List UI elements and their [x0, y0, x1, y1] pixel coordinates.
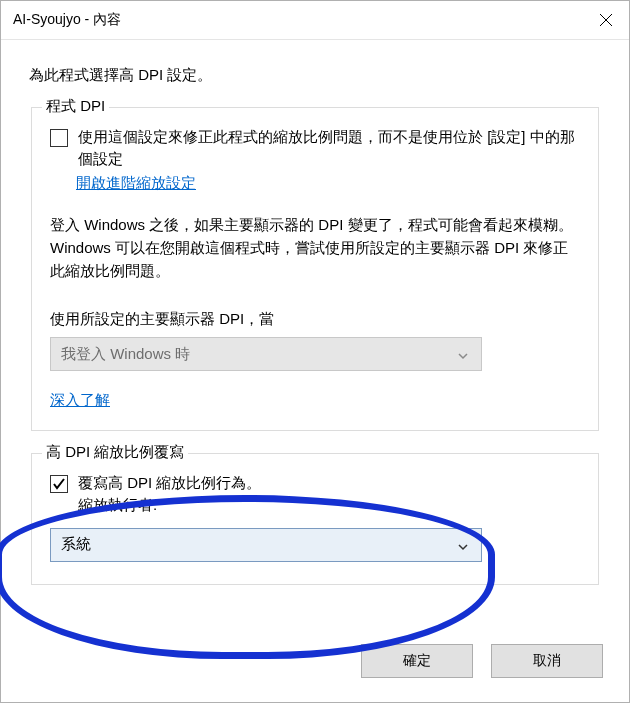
- group-program-dpi-legend: 程式 DPI: [42, 97, 109, 116]
- group-high-dpi-override: 高 DPI 縮放比例覆寫 覆寫高 DPI 縮放比例行為。 縮放執行者: 系統: [31, 453, 599, 585]
- dialog-body: 為此程式選擇高 DPI 設定。 程式 DPI 使用這個設定來修正此程式的縮放比例…: [1, 40, 629, 644]
- chevron-down-icon: [457, 348, 469, 360]
- open-advanced-scaling-link[interactable]: 開啟進階縮放設定: [76, 174, 196, 191]
- scaling-performed-by-value: 系統: [61, 535, 91, 554]
- titlebar: AI-Syoujyo - 內容: [1, 1, 629, 40]
- override-row: 覆寫高 DPI 縮放比例行為。 縮放執行者:: [50, 472, 580, 516]
- scaling-performed-by-select[interactable]: 系統: [50, 528, 482, 562]
- group-program-dpi: 程式 DPI 使用這個設定來修正此程式的縮放比例問題，而不是使用位於 [設定] …: [31, 107, 599, 431]
- chevron-down-icon: [457, 539, 469, 551]
- use-setting-checkbox[interactable]: [50, 129, 68, 147]
- window-title: AI-Syoujyo - 內容: [13, 11, 583, 29]
- close-button[interactable]: [583, 1, 629, 39]
- dpi-explanation-text: 登入 Windows 之後，如果主要顯示器的 DPI 變更了，程式可能會看起來模…: [50, 213, 580, 283]
- override-label-line1: 覆寫高 DPI 縮放比例行為。: [78, 474, 261, 491]
- main-display-dpi-when-label: 使用所設定的主要顯示器 DPI，當: [50, 310, 580, 329]
- group-high-dpi-override-legend: 高 DPI 縮放比例覆寫: [42, 443, 188, 462]
- override-checkbox[interactable]: [50, 475, 68, 493]
- ok-button[interactable]: 確定: [361, 644, 473, 678]
- close-icon: [600, 14, 612, 26]
- learn-more-link[interactable]: 深入了解: [50, 391, 110, 408]
- intro-text: 為此程式選擇高 DPI 設定。: [29, 66, 601, 85]
- main-display-dpi-select: 我登入 Windows 時: [50, 337, 482, 371]
- override-label-line2: 縮放執行者:: [78, 496, 157, 513]
- window: AI-Syoujyo - 內容 為此程式選擇高 DPI 設定。 程式 DPI 使…: [0, 0, 630, 703]
- override-label: 覆寫高 DPI 縮放比例行為。 縮放執行者:: [78, 472, 261, 516]
- use-setting-label: 使用這個設定來修正此程式的縮放比例問題，而不是使用位於 [設定] 中的那個設定: [78, 126, 580, 170]
- use-setting-row: 使用這個設定來修正此程式的縮放比例問題，而不是使用位於 [設定] 中的那個設定: [50, 126, 580, 170]
- button-bar: 確定 取消: [1, 644, 629, 702]
- cancel-button[interactable]: 取消: [491, 644, 603, 678]
- main-display-dpi-select-value: 我登入 Windows 時: [61, 345, 190, 364]
